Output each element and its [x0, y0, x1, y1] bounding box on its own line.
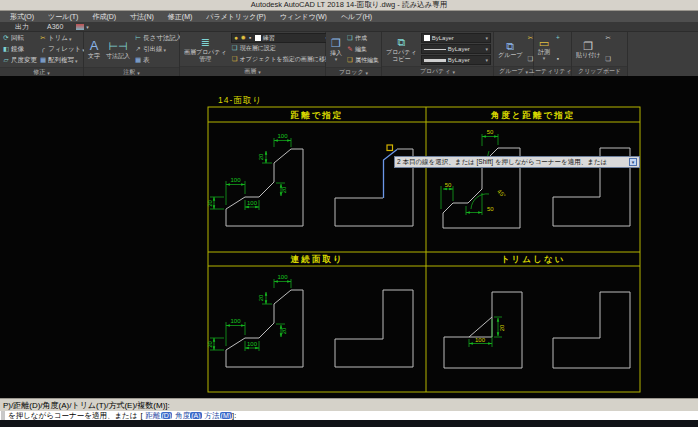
leader-button[interactable]: ↗引出線▾ [134, 44, 186, 55]
table-button[interactable]: ▦表 [134, 55, 186, 66]
svg-text:20: 20 [499, 324, 505, 331]
shapes[interactable] [226, 148, 630, 368]
tab-output[interactable]: 出力 [6, 22, 38, 32]
rotate-icon: ⟳ [2, 35, 10, 43]
chevron-down-icon: ▾ [485, 57, 488, 63]
panel-layers-footer[interactable]: 画層▾ [180, 66, 325, 76]
menu-help[interactable]: ヘルプ(H) [334, 12, 379, 22]
command-history-line: P)/距離(D)/角度(A)/トリム(T)/方式(E)/複数(M)]: [0, 398, 698, 411]
svg-text:20: 20 [281, 327, 287, 334]
option-method-key[interactable]: (M) [220, 412, 233, 419]
layer-dropdown[interactable]: ● ✹ ▪ 練習 ▾ [231, 33, 331, 43]
svg-text:20: 20 [207, 341, 213, 348]
svg-text:100: 100 [247, 341, 258, 347]
array-icon: ▦ [39, 57, 47, 65]
svg-text:100: 100 [230, 318, 241, 324]
option-angle[interactable]: 角度 [175, 411, 190, 421]
point-button[interactable]: ▪ [554, 54, 562, 65]
panel-properties-footer[interactable]: プロパティ▾ [382, 66, 493, 76]
svg-text:20: 20 [207, 200, 213, 207]
svg-text:45°: 45° [496, 188, 507, 199]
svg-text:20: 20 [258, 294, 264, 301]
mirror-button[interactable]: ◧鏡像 [2, 44, 37, 55]
menu-tools[interactable]: ツール(T) [41, 12, 85, 22]
edit-block-button[interactable]: ✎編集 [346, 44, 379, 55]
panel-clipboard-footer[interactable]: クリップボード [572, 66, 627, 76]
chevron-down-icon: ▾ [258, 69, 261, 75]
color-dropdown[interactable]: ByLayer ▾ [421, 33, 491, 43]
featured-apps-icon[interactable] [76, 24, 84, 30]
option-distance[interactable]: 距離 [146, 411, 161, 421]
chevron-down-icon[interactable]: ▾ [86, 24, 89, 30]
rotate-button[interactable]: ⟳回転 [2, 33, 37, 44]
trim-button[interactable]: ✂トリム▾ [39, 33, 85, 44]
svg-text:100: 100 [277, 274, 288, 280]
trim-icon: ✂ [39, 35, 47, 43]
table-frame[interactable] [208, 107, 640, 392]
dimension-icon: ⊢⊣ [108, 40, 127, 53]
shape-br-untrimmed [444, 292, 522, 368]
section-title-bl: 連続面取り [290, 254, 344, 264]
scale-button[interactable]: ▱尺度変更 [2, 55, 37, 66]
layer-on-icon: ● [234, 34, 239, 42]
section-title-tl: 距離で指定 [290, 110, 344, 120]
layer-manager-icon: ≣ [201, 36, 210, 49]
table-icon: ▦ [134, 57, 142, 65]
menu-parametric[interactable]: パラメトリック(P) [199, 12, 272, 22]
drawing-area[interactable]: 14-面取り 距離で指定 角度と距離で指定 連続面取り トリムしない [0, 76, 698, 398]
id-point-button[interactable]: + [554, 33, 562, 44]
linetype-dropdown[interactable]: ByLayer ▾ [421, 44, 491, 54]
fillet-button[interactable]: ╭フィレット▾ [39, 44, 85, 55]
drawing-title[interactable]: 14-面取り [218, 95, 262, 105]
chevron-down-icon: ▾ [485, 46, 488, 52]
svg-text:20: 20 [258, 153, 264, 160]
match-properties-button[interactable]: ⧉ プロパティ コピー [384, 33, 419, 65]
measure-button[interactable]: ▭ 計測 ▾ [536, 33, 552, 65]
menu-draw[interactable]: 作成(D) [85, 12, 123, 22]
move-to-layer-button[interactable]: ❏オブジェクトを指定の画層に移動 [231, 54, 331, 65]
drawing-entities[interactable]: 14-面取り 距離で指定 角度と距離で指定 連続面取り トリムしない [0, 76, 698, 398]
svg-text:100: 100 [247, 200, 258, 206]
layer-manager-button[interactable]: ≣ 画層プロパティ 管理 [182, 33, 229, 65]
text-button[interactable]: A 文字 [86, 33, 102, 66]
attr-edit-icon: ❏ [346, 57, 354, 65]
paste-button[interactable]: ❐ 貼り付け [574, 33, 602, 65]
option-angle-key[interactable]: (A) [190, 412, 201, 419]
panel-group-footer[interactable]: グループ▾ [494, 66, 533, 76]
dims-tr[interactable] [441, 134, 498, 215]
chevron-down-icon: ▾ [137, 70, 140, 76]
cut-button[interactable]: ✂ [604, 33, 612, 44]
group-button[interactable]: ⧉ グループ [496, 33, 524, 65]
insert-block-button[interactable]: ❐ 挿入 ▾ [328, 33, 344, 66]
shape-tl-chamfered [226, 149, 303, 226]
copy-clip-button[interactable]: ❏ [604, 54, 612, 65]
grip-handle[interactable] [387, 145, 393, 151]
section-title-br: トリムしない [501, 254, 565, 264]
fillet-icon: ╭ [39, 46, 47, 54]
svg-text:50: 50 [487, 129, 494, 135]
menu-modify[interactable]: 修正(M) [161, 12, 200, 22]
panel-utilities-footer[interactable]: ユーティリティ▾ [534, 66, 571, 76]
command-input-line[interactable]: を押しながらコーナーを適用、または [ 距離(D) 角度(A) 方法(M) ]: [0, 411, 698, 420]
option-method[interactable]: 方法 [205, 411, 220, 421]
linear-dim-button[interactable]: ⊢長さ寸法記入▾ [134, 33, 186, 44]
menu-dimension[interactable]: 寸法(N) [123, 12, 161, 22]
chevron-down-icon: ▾ [366, 70, 369, 76]
set-current-layer-button[interactable]: ❏現在層に設定 [231, 43, 331, 54]
lineweight-dropdown[interactable]: ByLayer ▾ [421, 55, 491, 65]
menu-format[interactable]: 形式(O) [3, 12, 41, 22]
tab-a360[interactable]: A360 [38, 23, 72, 30]
dims-br[interactable] [469, 317, 502, 347]
command-prompt-text: を押しながらコーナーを適用、または [8, 411, 137, 421]
layer-color-swatch [255, 35, 261, 41]
create-block-button[interactable]: ❏作成 [346, 33, 379, 44]
array-button[interactable]: ▦配列複写▾ [39, 55, 85, 66]
command-line-gutter [1, 411, 5, 420]
dimension-button[interactable]: ⊢⊣ 寸法記入 [104, 33, 132, 66]
dynamic-prompt-options-icon[interactable]: ▾ [629, 158, 637, 166]
option-distance-key[interactable]: (D) [161, 412, 173, 419]
attr-edit-button[interactable]: ❏属性編集 [346, 55, 379, 66]
bottom-strip [0, 420, 698, 427]
menu-window[interactable]: ウィンドウ(W) [273, 12, 334, 22]
insert-block-icon: ❐ [331, 37, 341, 50]
